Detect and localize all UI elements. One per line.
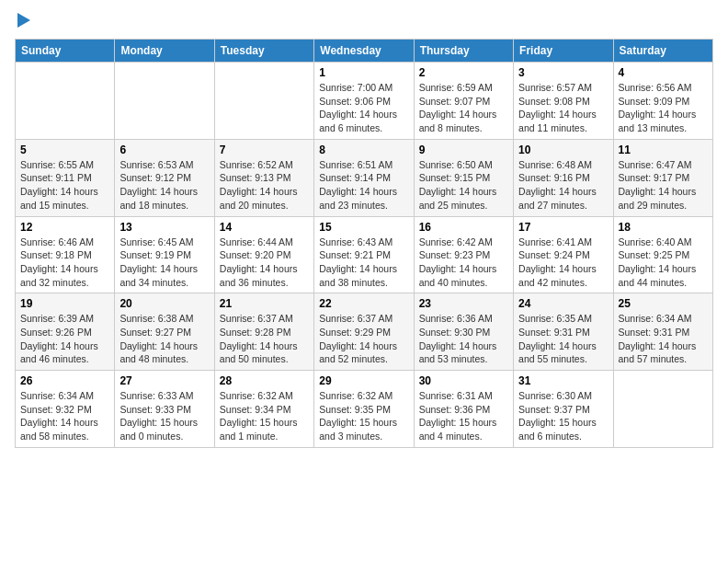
day-info: Sunrise: 6:40 AM Sunset: 9:25 PM Dayligh…: [619, 236, 708, 290]
logo-arrow-icon: [17, 13, 30, 28]
calendar-cell: 2Sunrise: 6:59 AM Sunset: 9:07 PM Daylig…: [414, 63, 513, 140]
calendar-cell: 5Sunrise: 6:55 AM Sunset: 9:11 PM Daylig…: [16, 139, 115, 216]
day-number: 27: [119, 374, 209, 387]
day-info: Sunrise: 7:00 AM Sunset: 9:06 PM Dayligh…: [319, 81, 408, 135]
day-number: 26: [20, 374, 109, 387]
day-info: Sunrise: 6:31 AM Sunset: 9:36 PM Dayligh…: [419, 389, 508, 443]
column-header-sunday: Sunday: [16, 40, 115, 63]
calendar-cell: [214, 63, 313, 140]
day-info: Sunrise: 6:50 AM Sunset: 9:15 PM Dayligh…: [419, 158, 508, 213]
calendar-cell: 28Sunrise: 6:32 AM Sunset: 9:34 PM Dayli…: [214, 371, 313, 448]
day-info: Sunrise: 6:51 AM Sunset: 9:14 PM Dayligh…: [319, 158, 408, 213]
day-info: Sunrise: 6:42 AM Sunset: 9:23 PM Dayligh…: [419, 236, 508, 290]
day-number: 11: [619, 144, 708, 156]
day-number: 12: [20, 221, 109, 234]
day-number: 31: [518, 374, 608, 387]
calendar-cell: 19Sunrise: 6:39 AM Sunset: 9:26 PM Dayli…: [16, 293, 115, 371]
calendar-week-2: 5Sunrise: 6:55 AM Sunset: 9:11 PM Daylig…: [16, 139, 713, 216]
calendar-cell: 24Sunrise: 6:35 AM Sunset: 9:31 PM Dayli…: [514, 293, 613, 371]
calendar-cell: 23Sunrise: 6:36 AM Sunset: 9:30 PM Dayli…: [414, 293, 513, 371]
day-number: 20: [119, 297, 209, 310]
day-info: Sunrise: 6:30 AM Sunset: 9:37 PM Dayligh…: [518, 389, 608, 443]
calendar-cell: 3Sunrise: 6:57 AM Sunset: 9:08 PM Daylig…: [514, 63, 613, 140]
day-number: 9: [419, 144, 508, 156]
day-number: 4: [619, 66, 708, 79]
day-info: Sunrise: 6:48 AM Sunset: 9:16 PM Dayligh…: [518, 158, 608, 213]
calendar-cell: 8Sunrise: 6:51 AM Sunset: 9:14 PM Daylig…: [314, 139, 414, 216]
day-info: Sunrise: 6:41 AM Sunset: 9:24 PM Dayligh…: [518, 236, 608, 290]
calendar-cell: 17Sunrise: 6:41 AM Sunset: 9:24 PM Dayli…: [514, 216, 613, 293]
day-info: Sunrise: 6:45 AM Sunset: 9:19 PM Dayligh…: [119, 236, 209, 290]
day-info: Sunrise: 6:35 AM Sunset: 9:31 PM Dayligh…: [518, 312, 608, 366]
calendar-body: 1Sunrise: 7:00 AM Sunset: 9:06 PM Daylig…: [16, 63, 713, 448]
day-info: Sunrise: 6:37 AM Sunset: 9:29 PM Dayligh…: [319, 312, 408, 366]
day-info: Sunrise: 6:34 AM Sunset: 9:32 PM Dayligh…: [20, 389, 109, 443]
day-info: Sunrise: 6:32 AM Sunset: 9:34 PM Dayligh…: [220, 389, 309, 443]
day-number: 19: [20, 297, 109, 310]
calendar-cell: 21Sunrise: 6:37 AM Sunset: 9:28 PM Dayli…: [214, 293, 313, 371]
calendar-cell: 11Sunrise: 6:47 AM Sunset: 9:17 PM Dayli…: [613, 139, 712, 216]
column-header-wednesday: Wednesday: [314, 40, 414, 63]
logo: [15, 15, 30, 28]
calendar-week-1: 1Sunrise: 7:00 AM Sunset: 9:06 PM Daylig…: [16, 63, 713, 140]
calendar-cell: [16, 63, 115, 140]
column-header-monday: Monday: [115, 40, 214, 63]
day-number: 8: [319, 144, 408, 156]
day-number: 22: [319, 297, 408, 310]
calendar-cell: 1Sunrise: 7:00 AM Sunset: 9:06 PM Daylig…: [314, 63, 414, 140]
day-number: 13: [119, 221, 209, 234]
day-number: 7: [220, 144, 309, 156]
day-number: 21: [220, 297, 309, 310]
day-info: Sunrise: 6:34 AM Sunset: 9:31 PM Dayligh…: [619, 312, 708, 366]
day-number: 28: [220, 374, 309, 387]
day-info: Sunrise: 6:32 AM Sunset: 9:35 PM Dayligh…: [319, 389, 408, 443]
calendar-cell: 31Sunrise: 6:30 AM Sunset: 9:37 PM Dayli…: [514, 371, 613, 448]
calendar-cell: 22Sunrise: 6:37 AM Sunset: 9:29 PM Dayli…: [314, 293, 414, 371]
calendar-week-5: 26Sunrise: 6:34 AM Sunset: 9:32 PM Dayli…: [16, 371, 713, 448]
column-header-tuesday: Tuesday: [214, 40, 313, 63]
day-number: 5: [20, 144, 109, 156]
calendar-cell: 6Sunrise: 6:53 AM Sunset: 9:12 PM Daylig…: [115, 139, 214, 216]
day-number: 16: [419, 221, 508, 234]
day-number: 24: [518, 297, 608, 310]
day-info: Sunrise: 6:59 AM Sunset: 9:07 PM Dayligh…: [419, 81, 508, 135]
calendar-cell: 26Sunrise: 6:34 AM Sunset: 9:32 PM Dayli…: [16, 371, 115, 448]
calendar-header-row: SundayMondayTuesdayWednesdayThursdayFrid…: [16, 40, 713, 63]
calendar-cell: 14Sunrise: 6:44 AM Sunset: 9:20 PM Dayli…: [214, 216, 313, 293]
day-info: Sunrise: 6:57 AM Sunset: 9:08 PM Dayligh…: [518, 81, 608, 135]
calendar-cell: 27Sunrise: 6:33 AM Sunset: 9:33 PM Dayli…: [115, 371, 214, 448]
day-number: 10: [518, 144, 608, 156]
day-number: 29: [319, 374, 408, 387]
day-info: Sunrise: 6:33 AM Sunset: 9:33 PM Dayligh…: [119, 389, 209, 443]
day-info: Sunrise: 6:52 AM Sunset: 9:13 PM Dayligh…: [220, 158, 309, 213]
page-header: [15, 15, 713, 28]
calendar-cell: 29Sunrise: 6:32 AM Sunset: 9:35 PM Dayli…: [314, 371, 414, 448]
day-number: 17: [518, 221, 608, 234]
calendar-cell: 20Sunrise: 6:38 AM Sunset: 9:27 PM Dayli…: [115, 293, 214, 371]
calendar-cell: [115, 63, 214, 140]
calendar-table: SundayMondayTuesdayWednesdayThursdayFrid…: [15, 39, 713, 448]
column-header-friday: Friday: [514, 40, 613, 63]
day-number: 1: [319, 66, 408, 79]
day-info: Sunrise: 6:36 AM Sunset: 9:30 PM Dayligh…: [419, 312, 508, 366]
calendar-cell: 15Sunrise: 6:43 AM Sunset: 9:21 PM Dayli…: [314, 216, 414, 293]
calendar-cell: 13Sunrise: 6:45 AM Sunset: 9:19 PM Dayli…: [115, 216, 214, 293]
day-info: Sunrise: 6:44 AM Sunset: 9:20 PM Dayligh…: [220, 236, 309, 290]
day-info: Sunrise: 6:46 AM Sunset: 9:18 PM Dayligh…: [20, 236, 109, 290]
column-header-saturday: Saturday: [613, 40, 712, 63]
day-number: 14: [220, 221, 309, 234]
day-info: Sunrise: 6:47 AM Sunset: 9:17 PM Dayligh…: [619, 158, 708, 213]
day-number: 6: [119, 144, 209, 156]
day-info: Sunrise: 6:39 AM Sunset: 9:26 PM Dayligh…: [20, 312, 109, 366]
calendar-cell: 30Sunrise: 6:31 AM Sunset: 9:36 PM Dayli…: [414, 371, 513, 448]
day-number: 30: [419, 374, 508, 387]
calendar-cell: 18Sunrise: 6:40 AM Sunset: 9:25 PM Dayli…: [613, 216, 712, 293]
calendar-cell: 12Sunrise: 6:46 AM Sunset: 9:18 PM Dayli…: [16, 216, 115, 293]
calendar-cell: 10Sunrise: 6:48 AM Sunset: 9:16 PM Dayli…: [514, 139, 613, 216]
day-info: Sunrise: 6:43 AM Sunset: 9:21 PM Dayligh…: [319, 236, 408, 290]
day-info: Sunrise: 6:37 AM Sunset: 9:28 PM Dayligh…: [220, 312, 309, 366]
day-number: 2: [419, 66, 508, 79]
calendar-cell: 9Sunrise: 6:50 AM Sunset: 9:15 PM Daylig…: [414, 139, 513, 216]
calendar-cell: 7Sunrise: 6:52 AM Sunset: 9:13 PM Daylig…: [214, 139, 313, 216]
calendar-cell: 16Sunrise: 6:42 AM Sunset: 9:23 PM Dayli…: [414, 216, 513, 293]
